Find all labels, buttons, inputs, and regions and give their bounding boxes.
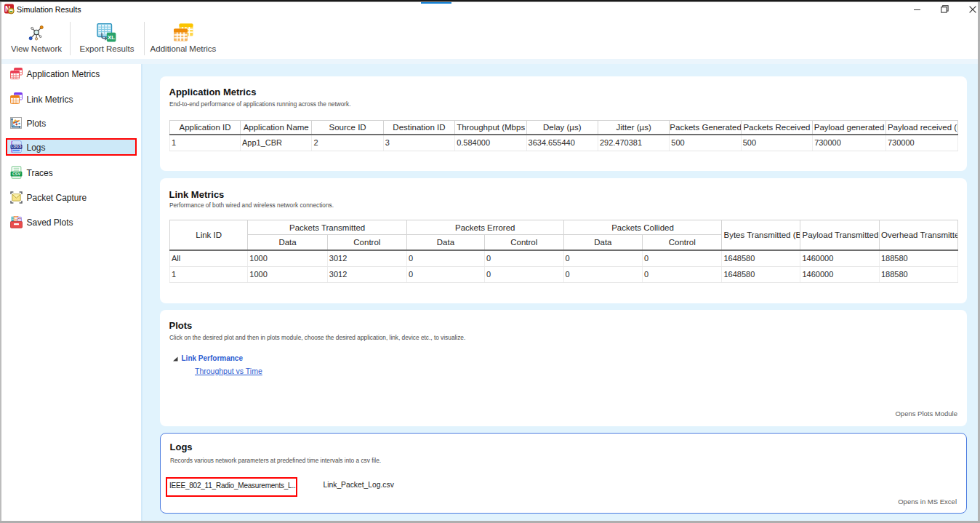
svg-text:LOGS: LOGS: [12, 145, 22, 148]
svg-text:CSV: CSV: [12, 172, 20, 176]
svg-text:XL: XL: [108, 34, 115, 41]
